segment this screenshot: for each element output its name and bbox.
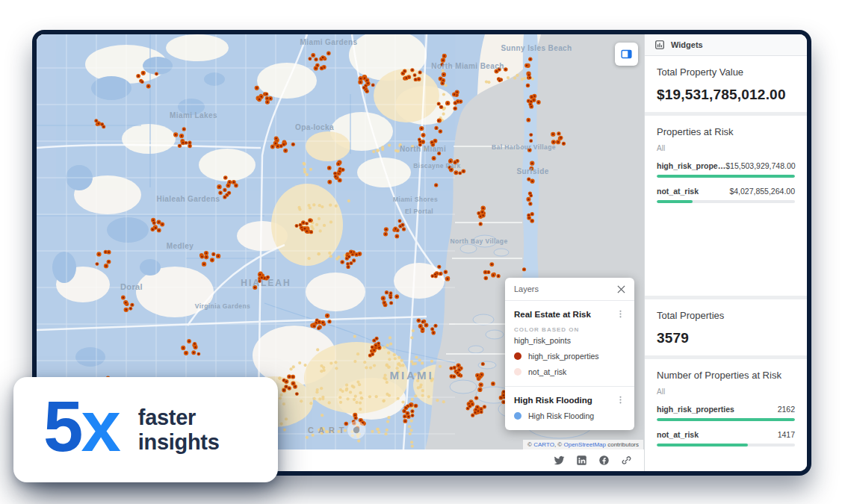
svg-text:Medley: Medley [167, 242, 194, 250]
layer-real-estate-at-risk: Real Estate at Risk COLOR BASED ON high_… [505, 301, 634, 386]
svg-text:HIALEAH: HIALEAH [241, 278, 291, 288]
layers-panel: Layers Real Estate at Risk COLOR BASED O… [505, 278, 634, 430]
widgets-sidebar: Widgets Total Property Value $19,531,785… [644, 34, 807, 471]
category-row[interactable]: high_risk_prope… $15,503,929,748.00 [657, 161, 795, 170]
color-based-on-field: high_risk_points [514, 336, 625, 345]
legend-dot-flooding [514, 412, 521, 420]
layer-menu-icon[interactable] [616, 395, 625, 405]
legend-item: not_at_risk [514, 367, 625, 376]
toggle-panel-button[interactable] [615, 43, 638, 66]
layer-menu-icon[interactable] [616, 309, 625, 319]
layer-high-risk-flooding: High Risk Flooding High Risk Flooding [505, 386, 634, 430]
linkedin-icon[interactable] [576, 455, 587, 466]
map-attribution: © CARTO, © OpenStreetMap contributors [523, 440, 643, 449]
category-row[interactable]: high_risk_properties 2162 [657, 405, 795, 414]
promo-card: 5x faster insights [13, 377, 278, 482]
legend-dot-not-at-risk [514, 368, 521, 376]
total-properties-value: 3579 [657, 330, 795, 346]
category-bar [657, 418, 795, 421]
svg-text:Miami Gardens: Miami Gardens [300, 38, 358, 46]
svg-text:Miami Shores: Miami Shores [393, 196, 438, 203]
category-row[interactable]: not_at_risk 1417 [657, 430, 795, 439]
svg-text:Hialeah Gardens: Hialeah Gardens [157, 195, 220, 203]
category-bar [657, 175, 795, 178]
widget-number-properties-at-risk: Number of Properties at Risk All high_ri… [645, 359, 807, 471]
svg-text:CART: CART [308, 426, 349, 435]
openstreetmap-link[interactable]: OpenStreetMap [563, 441, 605, 448]
svg-text:Biscayne Park: Biscayne Park [413, 162, 460, 169]
filter-label: All [657, 144, 795, 152]
carto-link[interactable]: CARTO [533, 441, 554, 448]
svg-text:North Bay Village: North Bay Village [450, 237, 507, 245]
svg-text:Virginia Gardens: Virginia Gardens [195, 302, 250, 310]
category-row[interactable]: not_at_risk $4,027,855,264.00 [657, 187, 795, 196]
widgets-title: Widgets [671, 40, 703, 49]
svg-text:Bal Harbour Village: Bal Harbour Village [492, 143, 556, 151]
category-bar [657, 200, 795, 203]
filter-label: All [657, 388, 795, 396]
svg-text:Opa-locka: Opa-locka [295, 123, 334, 131]
svg-text:MIAMI: MIAMI [389, 369, 433, 382]
total-property-value: $19,531,785,012.00 [657, 87, 795, 103]
svg-text:Surfside: Surfside [516, 167, 548, 175]
promo-caption: faster insights [138, 405, 278, 455]
svg-text:Sunny Isles Beach: Sunny Isles Beach [501, 44, 572, 52]
svg-text:Doral: Doral [120, 282, 143, 291]
close-icon[interactable] [617, 285, 625, 293]
layer-name: High Risk Flooding [514, 396, 592, 405]
widget-total-property-value: Total Property Value $19,531,785,012.00 [645, 56, 807, 112]
promo-multiplier: 5x [43, 396, 119, 464]
svg-text:North Miami Beach: North Miami Beach [431, 62, 504, 70]
color-based-on-label: COLOR BASED ON [514, 326, 625, 333]
link-icon[interactable] [621, 455, 632, 466]
legend-item: high_risk_properties [514, 352, 625, 361]
widgets-header: Widgets [645, 34, 807, 56]
category-bar [657, 444, 795, 447]
svg-text:El Portal: El Portal [405, 208, 433, 215]
facebook-icon[interactable] [598, 455, 610, 466]
widget-properties-at-risk: Properties at Risk All high_risk_prope… … [645, 116, 807, 296]
panel-layout-icon [620, 48, 633, 60]
layers-panel-title: Layers [514, 284, 539, 293]
svg-text:Miami Lakes: Miami Lakes [170, 111, 217, 119]
twitter-icon[interactable] [554, 455, 565, 466]
svg-text:North Miami: North Miami [400, 145, 446, 153]
legend-dot-high-risk [514, 352, 521, 360]
bar-chart-icon [654, 40, 665, 50]
widget-total-properties: Total Properties 3579 [645, 299, 807, 355]
legend-item: High Risk Flooding [514, 411, 625, 420]
layer-name: Real Estate at Risk [514, 310, 591, 319]
